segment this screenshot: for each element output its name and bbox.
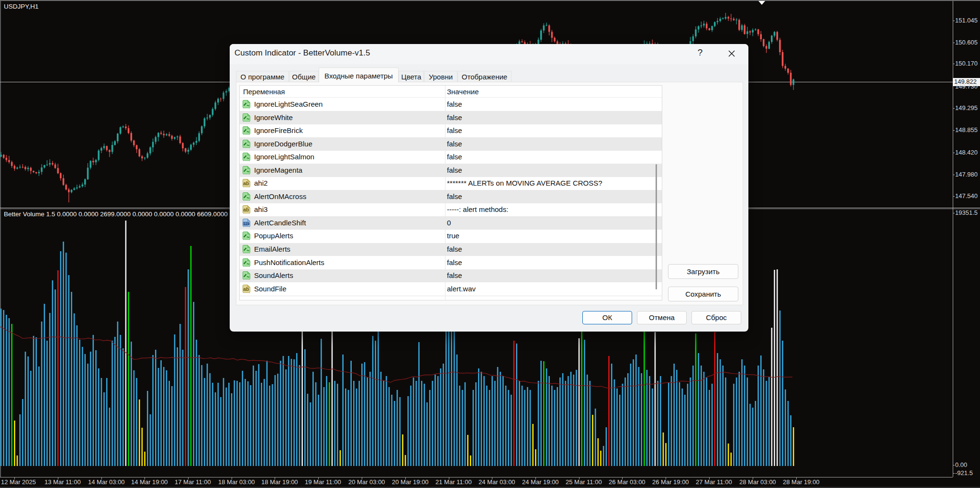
svg-text:ab: ab (243, 180, 249, 186)
svg-text:123: 123 (244, 222, 250, 226)
svg-text:ab: ab (243, 286, 249, 292)
svg-text:ab: ab (243, 207, 249, 213)
